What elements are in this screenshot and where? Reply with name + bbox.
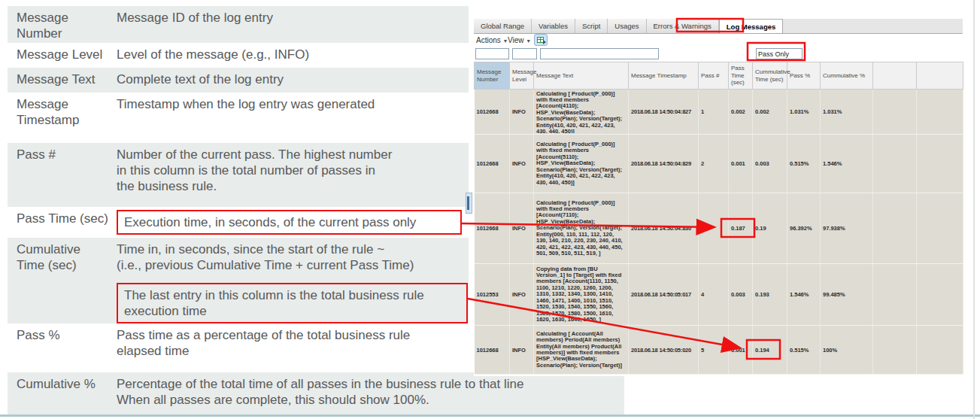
definition-term: Message Number <box>8 6 117 41</box>
log-table: Message Number Message Level Message Tex… <box>474 62 963 375</box>
highlight-box: Execution time, in seconds, of the curre… <box>117 210 462 235</box>
definition-term: Message Timestamp <box>8 93 117 128</box>
slide: Message Number Message ID of the log ent… <box>0 0 980 419</box>
log-row[interactable]: 1012668 INFO Calculating [ Product(P_000… <box>475 90 963 135</box>
col-cummulative-pct[interactable]: Cummulative % <box>821 62 873 90</box>
definition-desc: Percentage of the total time of all pass… <box>117 372 624 408</box>
pane-splitter-handle[interactable] <box>466 193 472 214</box>
tab-log-messages[interactable]: Log Messages <box>719 19 783 33</box>
definition-row: Cumulative Time (sec) Time in, in second… <box>8 238 469 323</box>
definition-term: Cumulative % <box>8 372 117 392</box>
log-row[interactable]: 1012668 INFO Calculating [ Product(P_000… <box>475 135 963 193</box>
definition-row: Message Timestamp Timestamp when the log… <box>8 93 469 143</box>
definition-desc: Pass time as a percentage of the total b… <box>117 323 469 359</box>
filter-message-number-input[interactable] <box>475 48 509 59</box>
definition-desc: Number of the current pass. The highest … <box>117 143 469 194</box>
definition-desc-text: Time in, in seconds, since the start of … <box>117 242 414 272</box>
tab-errors-warnings[interactable]: Errors & Warnings <box>647 19 719 33</box>
col-pass-time[interactable]: Pass Time (sec) <box>729 62 753 90</box>
filter-message-level-input[interactable] <box>512 48 537 59</box>
toolbar: Actions ▼ View ▼ <box>474 34 963 46</box>
log-row[interactable]: 1012553 INFO Copying data from [BU Versi… <box>475 264 963 326</box>
log-table-header: Message Number Message Level Message Tex… <box>475 62 963 90</box>
definition-term: Pass # <box>8 143 117 162</box>
log-messages-panel: Global Range Variables Script Usages Err… <box>474 19 963 376</box>
definition-row: Message Number Message ID of the log ent… <box>8 6 469 43</box>
definition-row: Message Level Level of the message (e.g.… <box>8 43 469 68</box>
definition-term: Pass % <box>8 323 117 343</box>
definitions-table: Message Number Message ID of the log ent… <box>8 6 469 416</box>
filter-pass-input[interactable] <box>756 48 803 59</box>
definition-desc: Timestamp when the log entry was generat… <box>117 93 469 112</box>
filter-message-text-input[interactable] <box>540 48 659 59</box>
col-empty <box>917 62 963 90</box>
tab-usages[interactable]: Usages <box>608 19 646 33</box>
definition-row: Cumulative % Percentage of the total tim… <box>8 372 624 416</box>
col-message-level[interactable]: Message Level <box>510 62 534 90</box>
filter-row <box>474 46 963 62</box>
highlight-box: The last entry in this column is the tot… <box>117 283 468 323</box>
tab-bar: Global Range Variables Script Usages Err… <box>474 19 963 34</box>
chevron-down-icon: ▼ <box>526 38 531 44</box>
definition-term: Message Level <box>8 43 117 62</box>
log-row[interactable]: 1012668 INFO Calculating [ Account(All m… <box>475 326 963 375</box>
definition-desc: Time in, in seconds, since the start of … <box>117 238 469 323</box>
tab-global-range[interactable]: Global Range <box>474 19 532 33</box>
col-message-timestamp[interactable]: Message Timestamp <box>629 62 699 90</box>
col-message-number[interactable]: Message Number <box>475 62 510 90</box>
export-to-excel-icon[interactable] <box>534 34 548 46</box>
actions-menu[interactable]: Actions ▼ <box>476 36 508 44</box>
col-message-text[interactable]: Message Text <box>534 62 629 90</box>
definition-row: Pass Time (sec) Execution time, in secon… <box>8 207 469 238</box>
view-menu[interactable]: View ▼ <box>508 36 531 44</box>
tab-variables[interactable]: Variables <box>532 19 575 33</box>
col-pass-pct[interactable]: Pass % <box>787 62 821 90</box>
definition-row: Pass # Number of the current pass. The h… <box>8 143 469 207</box>
definition-desc: Level of the message (e.g., INFO) <box>117 43 469 62</box>
slide-right-border <box>973 0 975 419</box>
tab-script[interactable]: Script <box>575 19 608 33</box>
col-pass-number[interactable]: Pass # <box>699 62 729 90</box>
definition-term: Cumulative Time (sec) <box>8 238 117 273</box>
definition-desc: Complete text of the log entry <box>117 68 469 87</box>
col-empty <box>873 62 917 90</box>
definition-row: Message Text Complete text of the log en… <box>8 68 469 93</box>
definition-desc: Message ID of the log entry <box>117 6 469 26</box>
slide-bottom-border <box>0 414 980 417</box>
definition-term: Pass Time (sec) <box>8 207 117 226</box>
definition-desc: Execution time, in seconds, of the curre… <box>117 207 469 235</box>
log-row[interactable]: 1012668 INFO Calculating [ Product(P_000… <box>475 193 963 264</box>
col-cummulative-time[interactable]: Cummulative Time (sec) <box>753 62 787 90</box>
definition-term: Message Text <box>8 68 117 87</box>
definition-row: Pass % Pass time as a percentage of the … <box>8 323 469 372</box>
